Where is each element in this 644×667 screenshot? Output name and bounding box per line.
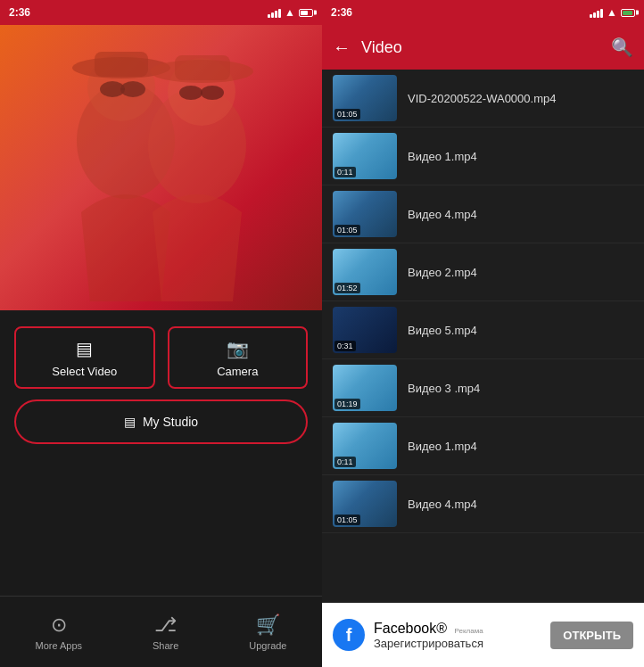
my-studio-label: My Studio bbox=[143, 415, 198, 429]
video-duration: 0:31 bbox=[334, 341, 356, 351]
video-filename: Видео 5.mp4 bbox=[408, 324, 477, 337]
upgrade-icon: 🛒 bbox=[256, 613, 280, 637]
camera-icon: 📷 bbox=[227, 338, 249, 359]
video-thumbnail: 0:11 bbox=[333, 133, 397, 179]
studio-icon: ▤ bbox=[124, 415, 136, 429]
share-label: Share bbox=[153, 640, 178, 651]
video-thumbnail: 01:05 bbox=[333, 481, 397, 527]
wifi-icon-right: ▲ bbox=[607, 6, 617, 19]
my-studio-button[interactable]: ▤ My Studio bbox=[14, 399, 308, 444]
nav-share[interactable]: ⎇ Share bbox=[153, 613, 178, 651]
video-list: 01:05 VID-20200522-WA0000.mp4 0:11 Видео… bbox=[322, 70, 644, 667]
video-thumbnail: 0:31 bbox=[333, 307, 397, 353]
svg-point-11 bbox=[179, 86, 202, 100]
signal-icon bbox=[268, 7, 281, 18]
svg-rect-10 bbox=[175, 55, 230, 80]
video-filename: Видео 1.mp4 bbox=[408, 440, 477, 453]
more-apps-icon: ⊙ bbox=[51, 613, 67, 637]
film-icon: ▤ bbox=[76, 338, 93, 359]
right-panel: 2:36 ▲ ← Video 🔍 01:05 VID-20200522-WA0 bbox=[322, 0, 644, 667]
video-duration: 01:05 bbox=[334, 515, 360, 525]
signal-icon-right bbox=[590, 7, 603, 18]
video-thumbnail: 0:11 bbox=[333, 423, 397, 469]
video-duration: 01:19 bbox=[334, 399, 360, 409]
video-list-item[interactable]: 0:11 Видео 1.mp4 bbox=[322, 417, 644, 475]
time-left: 2:36 bbox=[9, 6, 30, 19]
camera-label: Camera bbox=[217, 365, 258, 378]
video-filename: Видео 2.mp4 bbox=[408, 266, 477, 279]
time-right: 2:36 bbox=[331, 6, 352, 19]
battery-icon bbox=[299, 9, 313, 17]
video-duration: 01:05 bbox=[334, 109, 360, 119]
video-list-item[interactable]: 01:52 Видео 2.mp4 bbox=[322, 243, 644, 301]
video-thumbnail: 01:05 bbox=[333, 75, 397, 121]
toolbar-title: Video bbox=[361, 38, 600, 57]
svg-rect-3 bbox=[95, 52, 148, 77]
video-list-item[interactable]: 01:05 Видео 4.mp4 bbox=[322, 185, 644, 243]
video-list-item[interactable]: 01:05 VID-20200522-WA0000.mp4 bbox=[322, 70, 644, 128]
battery-icon-right bbox=[621, 9, 635, 17]
svg-point-12 bbox=[201, 86, 224, 100]
select-video-label: Select Video bbox=[52, 365, 117, 378]
left-panel: 2:36 ▲ bbox=[0, 0, 322, 667]
status-bar-right: 2:36 ▲ bbox=[322, 0, 644, 25]
more-apps-label: More Apps bbox=[35, 640, 82, 651]
video-filename: Видео 1.mp4 bbox=[408, 150, 477, 163]
video-thumbnail: 01:52 bbox=[333, 249, 397, 295]
ad-cta-text: Зарегистрироваться bbox=[374, 637, 541, 650]
video-filename: Видео 4.mp4 bbox=[408, 208, 477, 221]
bottom-navigation: ⊙ More Apps ⎇ Share 🛒 Upgrade bbox=[0, 596, 322, 667]
video-duration: 01:05 bbox=[334, 225, 360, 235]
status-icons-left: ▲ bbox=[268, 6, 313, 19]
ad-label: Реклама bbox=[455, 627, 483, 635]
video-duration: 01:52 bbox=[334, 283, 360, 293]
action-buttons-row: ▤ Select Video 📷 Camera bbox=[0, 310, 322, 399]
upgrade-label: Upgrade bbox=[249, 640, 286, 651]
wifi-icon: ▲ bbox=[285, 6, 295, 19]
video-thumbnail: 01:19 bbox=[333, 365, 397, 411]
search-button[interactable]: 🔍 bbox=[611, 37, 633, 58]
video-duration: 0:11 bbox=[334, 457, 356, 467]
ad-open-button[interactable]: ОТКРЫТЬ bbox=[550, 622, 633, 649]
video-list-item[interactable]: 0:31 Видео 5.mp4 bbox=[322, 301, 644, 359]
hero-illustration bbox=[45, 34, 277, 301]
nav-upgrade[interactable]: 🛒 Upgrade bbox=[249, 613, 286, 651]
camera-button[interactable]: 📷 Camera bbox=[168, 326, 309, 389]
video-list-item[interactable]: 0:11 Видео 1.mp4 bbox=[322, 128, 644, 185]
hero-image bbox=[0, 25, 322, 310]
video-list-item[interactable]: 01:19 Видео 3 .mp4 bbox=[322, 359, 644, 417]
video-filename: VID-20200522-WA0000.mp4 bbox=[408, 92, 556, 105]
facebook-logo: f bbox=[333, 619, 365, 651]
video-duration: 0:11 bbox=[334, 167, 356, 177]
select-video-button[interactable]: ▤ Select Video bbox=[14, 326, 155, 389]
share-icon: ⎇ bbox=[154, 613, 177, 637]
video-filename: Видео 3 .mp4 bbox=[408, 382, 480, 395]
ad-text-block: Facebook® Реклама Зарегистрироваться bbox=[374, 621, 541, 650]
status-bar-left: 2:36 ▲ bbox=[0, 0, 322, 25]
status-icons-right: ▲ bbox=[590, 6, 635, 19]
ad-brand: Facebook® Реклама bbox=[374, 621, 541, 637]
nav-more-apps[interactable]: ⊙ More Apps bbox=[35, 613, 82, 651]
video-thumbnail: 01:05 bbox=[333, 191, 397, 237]
back-button[interactable]: ← bbox=[333, 37, 351, 58]
video-toolbar: ← Video 🔍 bbox=[322, 25, 644, 70]
ad-banner: f Facebook® Реклама Зарегистрироваться О… bbox=[322, 603, 644, 667]
video-filename: Видео 4.mp4 bbox=[408, 498, 477, 511]
video-list-item[interactable]: 01:05 Видео 4.mp4 bbox=[322, 475, 644, 533]
